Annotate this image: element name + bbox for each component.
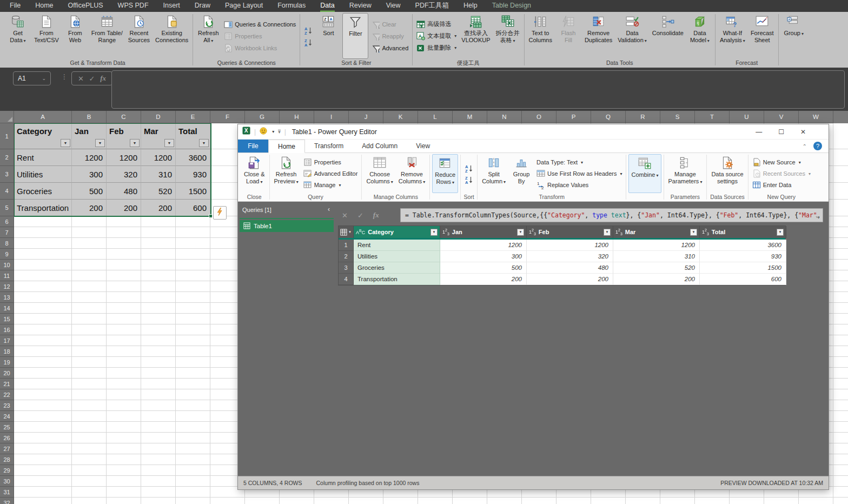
chevron-down-icon[interactable]: ▾ [272,129,274,134]
name-box[interactable]: A1 ⌄ [13,71,51,85]
expand-formula-icon[interactable]: ⌄ [816,213,819,218]
row-header-32[interactable]: 32 [0,498,14,504]
column-header-A[interactable]: A [14,111,72,123]
menu-tab-home[interactable]: Home [35,0,53,12]
row-header-10[interactable]: 10 [0,260,14,270]
grid-cell[interactable]: 3600 [700,240,786,251]
row-header-20[interactable]: 20 [0,368,14,379]
menu-tab-insert[interactable]: Insert [163,0,180,12]
table-cell[interactable]: 520 [141,183,176,200]
filter-dropdown-button[interactable]: ▼ [130,139,140,147]
consolidate-button[interactable]: Consolidate [650,13,686,59]
manage-parameters-button[interactable]: ManageParameters▾ [666,154,705,193]
help-icon[interactable]: ? [813,142,822,150]
close-button[interactable]: ✕ [800,128,806,136]
table-header-cell[interactable]: Category▼ [14,123,72,149]
table-cell[interactable]: 1200 [141,149,176,166]
grid-cell[interactable]: 1500 [700,262,786,274]
customize-toolbar-icon[interactable]: ▾ [278,130,281,134]
grid-cell[interactable]: 1200 [440,240,527,251]
row-header-13[interactable]: 13 [0,292,14,303]
grid-column-header-feb[interactable]: 123Feb▼ [527,226,613,238]
table-header-cell[interactable]: Feb▼ [107,123,141,149]
grid-cell[interactable]: Groceries [354,262,440,274]
grid-column-header-category[interactable]: ABCCategory▼ [354,226,440,238]
table-cell[interactable]: Utilities [14,166,72,183]
menu-tab-file[interactable]: File [10,0,21,12]
column-header-O[interactable]: O [522,111,556,123]
row-header-14[interactable]: 14 [0,303,14,314]
grid-column-header-jan[interactable]: 123Jan▼ [440,226,527,238]
column-header-W[interactable]: W [799,111,833,123]
row-header-21[interactable]: 21 [0,379,14,389]
remove-duplicates-button[interactable]: RemoveDuplicates [582,13,614,59]
smiley-feedback-icon[interactable] [260,127,267,137]
sort-az-button[interactable]: AZ [302,24,314,36]
grid-cell[interactable]: 200 [527,274,613,285]
commit-icon[interactable]: ✓ [357,211,363,220]
quick-analysis-button[interactable] [213,206,227,220]
menu-tab-officeplus[interactable]: OfficePLUS [68,0,103,12]
column-header-T[interactable]: T [695,111,730,123]
menu-tab-view[interactable]: View [386,0,401,12]
advanced-button[interactable]: Advanced [369,42,410,54]
查找录入-vlookup-button[interactable]: 查找录入VLOOKUP [459,13,492,59]
filter-button[interactable]: Filter [342,13,368,59]
from-table-range-button[interactable]: From Table/Range [89,13,125,59]
properties-button[interactable]: Properties [222,30,297,42]
grid-cell[interactable]: 200 [613,274,700,285]
column-filter-button[interactable]: ▼ [430,229,438,236]
grid-cell[interactable]: 310 [613,251,700,262]
grid-column-header-mar[interactable]: 123Mar▼ [613,226,700,238]
table-cell[interactable]: 300 [72,166,107,183]
文本提取-button[interactable]: A文本提取▾ [415,30,458,42]
column-header-K[interactable]: K [383,111,418,123]
table-cell[interactable]: 320 [107,166,141,183]
workbook-links-button[interactable]: Workbook Links [222,42,297,54]
grid-column-header-total[interactable]: 123Total▼ [700,226,786,238]
clear-button[interactable]: Clear [369,18,410,30]
what-if-analysis-button[interactable]: ?What-IfAnalysis▾ [718,13,747,59]
table-cell[interactable]: 600 [176,200,210,216]
cancel-icon[interactable]: ✕ [78,75,84,83]
row-header-11[interactable]: 11 [0,270,14,281]
拆分合并-表格-button[interactable]: 拆分合并表格▾ [494,13,522,59]
forecast-sheet-button[interactable]: ForecastSheet [748,13,776,59]
recent-sources-button[interactable]: RecentSources [126,13,152,59]
existing-connections-button[interactable]: ExistingConnections [153,13,190,59]
reduce-rows-button[interactable]: ReduceRows▾ [432,154,458,193]
use-first-row-as-headers-button[interactable]: Use First Row as Headers▾ [535,168,624,179]
批量删除-button[interactable]: 批量删除▾ [415,42,458,54]
table-header-cell[interactable]: Jan▼ [72,123,107,149]
grid-cell[interactable]: 1200 [527,240,613,251]
pq-tab-view[interactable]: View [407,140,439,152]
cancel-icon[interactable]: ✕ [342,211,348,220]
insert-function-icon[interactable]: fx [100,74,106,83]
filter-dropdown-button[interactable]: ▼ [95,139,105,147]
row-header-8[interactable]: 8 [0,238,14,249]
menu-tab-review[interactable]: Review [349,0,372,12]
reapply-button[interactable]: Reapply [369,30,410,42]
grid-row-number[interactable]: 3 [339,262,354,274]
grid-cell[interactable]: Utilities [354,251,440,262]
row-header-24[interactable]: 24 [0,411,14,422]
choose-columns-button[interactable]: ChooseColumns▾ [364,154,395,193]
table-cell[interactable]: 200 [141,200,176,216]
enter-icon[interactable]: ✓ [89,75,95,83]
pq-tab-transform[interactable]: Transform [305,140,353,152]
combine-button[interactable]: Combine▾ [628,154,661,193]
menu-tab-formulas[interactable]: Formulas [277,0,306,12]
minimize-button[interactable]: — [756,128,762,136]
table-cell[interactable]: 930 [176,166,210,183]
row-header-1[interactable]: 1 [0,123,14,149]
grid-cell[interactable]: 480 [527,262,613,274]
group-by-button[interactable]: GroupBy [509,154,534,193]
queries-connections-button[interactable]: Queries & Connections [222,18,297,30]
maximize-button[interactable]: ☐ [778,128,784,136]
grid-cell[interactable]: Rent [354,240,440,251]
column-header-V[interactable]: V [764,111,799,123]
data-type-text-button[interactable]: Data Type: Text▾ [535,157,624,168]
row-header-16[interactable]: 16 [0,324,14,335]
grid-cell[interactable]: 520 [613,262,700,274]
column-header-N[interactable]: N [487,111,522,123]
